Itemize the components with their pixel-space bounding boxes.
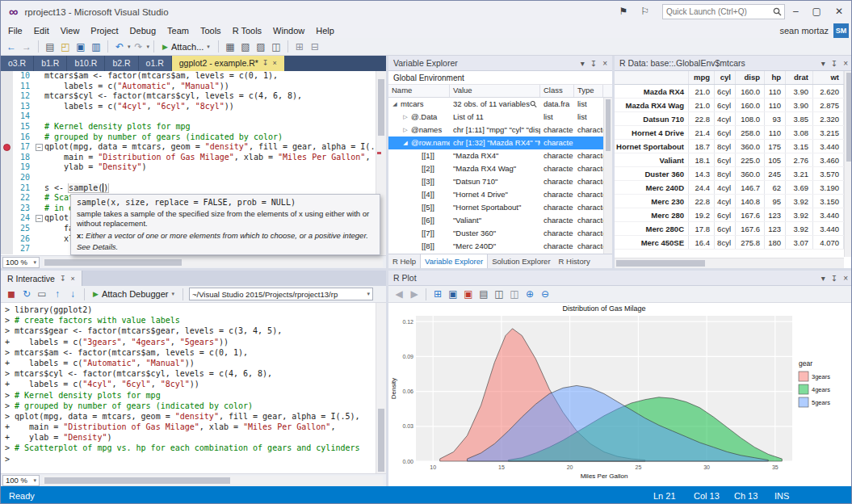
chevron-down-icon[interactable]: ▾ — [821, 59, 825, 68]
document-tab-active[interactable]: ggplot2 - example.R*↧× — [172, 56, 284, 71]
document-tab[interactable]: o1.R — [139, 56, 171, 71]
menu-file[interactable]: File — [2, 23, 28, 38]
table-row[interactable]: Merc 23022.84cyl140.8953.923.150 — [615, 195, 844, 208]
column-header-disp[interactable]: disp — [736, 71, 765, 84]
send-feedback-icon[interactable]: ⚐ — [640, 6, 649, 17]
menu-view[interactable]: View — [55, 23, 86, 38]
navigate-forward-icon[interactable]: → — [19, 40, 34, 54]
scrollbar-thumb[interactable] — [44, 477, 230, 484]
menu-debug[interactable]: Debug — [124, 23, 162, 38]
r-console[interactable]: > library(ggplot2)> # create factors wit… — [1, 303, 376, 473]
pin-icon[interactable]: ↧ — [831, 59, 837, 68]
menu-r-tools[interactable]: R Tools — [227, 23, 267, 38]
tab-variable-explorer[interactable]: Variable Explorer — [420, 254, 488, 268]
column-header-drat[interactable]: drat — [786, 71, 813, 84]
document-tab[interactable]: o3.R — [1, 56, 33, 71]
scrollbar-thumb[interactable] — [378, 409, 384, 472]
editor-line[interactable]: 13 labels = c("4cyl", "6cyl", "8cyl")) — [1, 102, 376, 112]
column-header-cyl[interactable]: cyl — [715, 71, 736, 84]
r-data-vertical-scrollbar[interactable] — [844, 71, 852, 257]
user-name[interactable]: sean mortaz — [779, 26, 829, 36]
breakpoint-margin[interactable] — [1, 204, 13, 214]
attach-debugger-button[interactable]: ▶Attach Debugger▾ — [89, 289, 178, 299]
breakpoint-margin[interactable] — [1, 71, 13, 82]
attach-button[interactable]: ▶Attach...▾ — [158, 42, 214, 52]
save-plot-image-icon[interactable]: ▣ — [446, 287, 460, 301]
table-row[interactable]: Merc 28019.26cyl167.61233.923.440 — [615, 208, 844, 222]
magnifier-icon[interactable] — [530, 100, 537, 108]
close-icon[interactable]: × — [843, 274, 848, 283]
tab-r-history[interactable]: R History — [555, 254, 594, 268]
breakpoint-margin[interactable] — [1, 162, 13, 173]
variable-row[interactable]: [[5]]"Hornet Sportabout"charactecharacte — [388, 201, 603, 214]
properties-window-icon[interactable]: ⊟ — [308, 40, 322, 54]
expand-toggle-icon[interactable]: ▷ — [401, 111, 409, 124]
fold-collapse-icon[interactable]: − — [36, 144, 43, 151]
save-plot-pdf-icon[interactable]: ▣ — [461, 287, 476, 301]
variable-row[interactable]: ▷@nameschr [1:11] "mpg" "cyl" "disp"char… — [388, 124, 603, 136]
chevron-down-icon[interactable]: ▾ — [147, 44, 150, 50]
breakpoint-margin[interactable] — [1, 111, 13, 122]
zoom-in-icon[interactable]: ⊕ — [523, 287, 537, 301]
close-icon[interactable]: × — [71, 275, 75, 283]
r-data-horizontal-scrollbar[interactable] — [615, 258, 844, 268]
variable-row[interactable]: [[2]]"Mazda RX4 Wag"charactecharacte — [388, 162, 603, 175]
editor-line[interactable]: 16# grouped by number of gears (indicate… — [1, 132, 376, 143]
editor-line[interactable]: 11 labels = c("Automatic", "Manual")) — [1, 82, 376, 92]
table-row[interactable]: Mazda RX4 Wag21.06cyl160.01103.902.875 — [615, 99, 844, 112]
menu-help[interactable]: Help — [310, 23, 340, 38]
table-row[interactable]: Merc 240D24.44cyl146.7623.693.190 — [615, 181, 844, 195]
collapse-toggle-icon[interactable]: ◢ — [391, 98, 399, 111]
chevron-down-icon[interactable]: ▾ — [581, 59, 585, 68]
console-horizontal-scrollbar[interactable] — [43, 476, 383, 485]
maximize-button[interactable]: ▢ — [812, 6, 821, 17]
pin-icon[interactable]: ↧ — [60, 275, 66, 283]
clear-screen-icon[interactable]: ▭ — [35, 287, 49, 301]
variable-row[interactable]: [[7]]"Duster 360"charactecharacte — [388, 227, 603, 240]
breakpoint-margin[interactable] — [1, 102, 13, 112]
table-row[interactable]: Hornet 4 Drive21.46cyl258.01103.083.215 — [615, 126, 844, 140]
interrupt-r-icon[interactable]: ◼ — [4, 287, 19, 301]
menu-project[interactable]: Project — [85, 23, 124, 38]
editor-horizontal-scrollbar[interactable] — [43, 258, 383, 267]
menu-tools[interactable]: Tools — [195, 23, 227, 38]
editor-body[interactable]: 10mtcars$am <- factor(mtcars$am, levels … — [1, 71, 386, 255]
copy-plot-bitmap-icon[interactable]: ◫ — [492, 287, 506, 301]
pin-icon[interactable]: ↧ — [262, 56, 269, 71]
breakpoint-margin[interactable] — [1, 234, 13, 245]
document-tab[interactable]: b1.R — [34, 56, 66, 71]
scrollbar-thumb[interactable] — [606, 99, 611, 151]
redo-icon[interactable]: ↷ — [132, 40, 146, 54]
column-header-type[interactable]: Type — [574, 85, 603, 97]
collapse-toggle-icon[interactable]: ◢ — [401, 136, 409, 149]
breakpoint-margin[interactable] — [1, 91, 13, 102]
reset-session-icon[interactable]: ↻ — [19, 287, 34, 301]
history-previous-icon[interactable]: ↑ — [50, 287, 65, 301]
editor-line[interactable]: 21s <- sample() — [1, 183, 376, 194]
breakpoint-margin[interactable] — [1, 122, 13, 132]
document-tab[interactable]: b2.R — [105, 56, 137, 71]
chevron-down-icon[interactable]: ▾ — [821, 274, 825, 283]
editor-line[interactable]: 10mtcars$am <- factor(mtcars$am, levels … — [1, 71, 376, 82]
menu-team[interactable]: Team — [162, 23, 195, 38]
editor-line[interactable]: 12mtcars$cyl <- factor(mtcars$cyl, level… — [1, 91, 376, 102]
variable-row[interactable]: [[4]]"Hornet 4 Drive"charactecharacte — [388, 188, 603, 201]
menu-edit[interactable]: Edit — [28, 23, 55, 38]
editor-line[interactable]: 18 main = "Distribution of Gas Milage", … — [1, 153, 376, 163]
breakpoint-margin[interactable] — [1, 132, 13, 143]
scrollbar-thumb[interactable] — [44, 259, 182, 266]
pin-icon[interactable]: ↧ — [831, 274, 837, 283]
plot-history-forward-icon[interactable]: ▶ — [407, 287, 422, 301]
working-directory-select[interactable]: ~/Visual Studio 2015/Projects/rproject13… — [189, 288, 373, 300]
variable-row[interactable]: [[8]]"Merc 240D"charactecharacte — [388, 240, 603, 253]
undo-icon[interactable]: ↶ — [112, 40, 127, 54]
breakpoint-margin[interactable] — [1, 244, 13, 254]
minimize-button[interactable]: – — [793, 6, 799, 17]
r-plot-header[interactable]: R Plot ▾↧× — [388, 271, 852, 286]
scrollbar-thumb[interactable] — [378, 79, 384, 136]
tab-solution-explorer[interactable]: Solution Explorer — [488, 254, 554, 268]
breakpoint-margin[interactable] — [1, 142, 13, 153]
column-header-hp[interactable]: hp — [765, 71, 786, 84]
table-row[interactable]: Merc 280C17.86cyl167.61233.923.440 — [615, 222, 844, 236]
console-vertical-scrollbar[interactable] — [376, 303, 386, 473]
